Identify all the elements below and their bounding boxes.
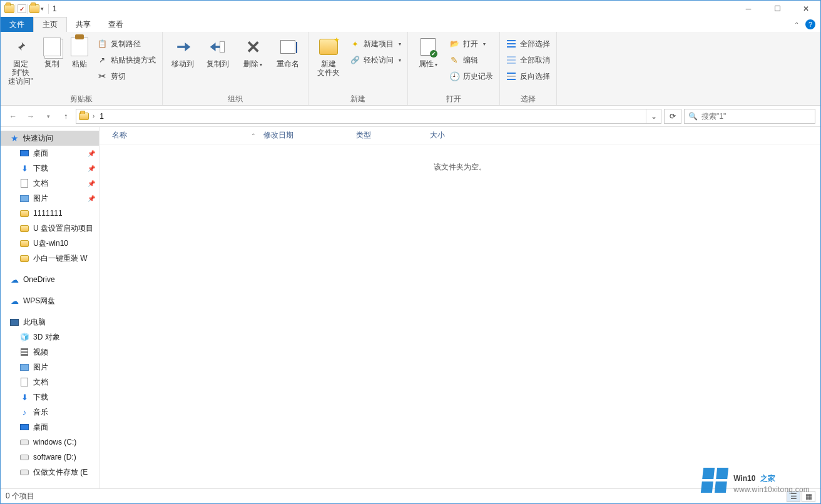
copy-to-icon (208, 37, 228, 57)
rename-button[interactable]: 重命名 (272, 34, 304, 68)
properties-button[interactable]: 属性▾ (412, 34, 444, 69)
select-all-button[interactable]: 全部选择 (504, 37, 553, 51)
cut-button[interactable]: ✂剪切 (94, 69, 158, 83)
ribbon: 固定到"快 速访问" 复制 粘贴 📋复制路径 ↗粘贴快捷方式 ✂剪切 剪贴板 (1, 32, 820, 106)
breadcrumb-separator[interactable]: › (91, 113, 96, 119)
pin-icon: 📌 (88, 165, 95, 172)
search-box[interactable]: 🔍 (684, 109, 815, 124)
tree-item[interactable]: 桌面📌 (1, 146, 99, 161)
maximize-button[interactable]: ☐ (763, 1, 792, 17)
tree-item-label: software (D:) (33, 453, 76, 461)
tree-item[interactable]: 文档 (1, 375, 99, 390)
help-icon[interactable]: ? (805, 19, 815, 29)
tree-item[interactable]: ★快速访问 (1, 131, 99, 146)
pin-to-quick-access-button[interactable]: 固定到"快 速访问" (4, 34, 37, 86)
back-button[interactable]: ← (6, 109, 21, 124)
select-all-icon (506, 39, 516, 49)
invert-selection-button[interactable]: 反向选择 (504, 69, 553, 83)
refresh-button[interactable]: ⟳ (664, 109, 681, 124)
tree-item[interactable]: U 盘设置启动项目 (1, 221, 99, 236)
tab-home[interactable]: 主页 (33, 17, 67, 32)
tree-item[interactable]: ☁WPS网盘 (1, 293, 99, 308)
address-dropdown[interactable]: ⌄ (646, 109, 661, 123)
svg-rect-0 (220, 41, 225, 53)
group-label: 新建 (312, 94, 404, 104)
close-button[interactable]: ✕ (792, 1, 820, 17)
tree-item[interactable]: U盘-win10 (1, 236, 99, 251)
desk-icon (19, 422, 29, 432)
tree-item[interactable]: 图片📌 (1, 191, 99, 206)
cube-icon: 🧊 (19, 332, 29, 342)
paste-shortcut-button[interactable]: ↗粘贴快捷方式 (94, 53, 158, 67)
tree-item-label: 视频 (33, 347, 48, 358)
tree-item[interactable]: 桌面 (1, 420, 99, 435)
history-button[interactable]: 🕘历史记录 (447, 69, 496, 83)
column-name[interactable]: 名称⌃ (112, 130, 263, 141)
collapse-ribbon-icon[interactable]: ⌃ (794, 21, 799, 28)
easy-access-button[interactable]: 🔗轻松访问▾ (347, 53, 404, 67)
forward-button[interactable]: → (23, 109, 38, 124)
move-to-button[interactable]: 移动到 (166, 34, 199, 68)
details-view-button[interactable]: ☰ (787, 491, 800, 502)
thumbnails-view-button[interactable]: ▦ (802, 491, 815, 502)
tab-view[interactable]: 查看 (99, 17, 132, 32)
new-folder-button[interactable]: 新建 文件夹 (312, 34, 345, 77)
tree-item[interactable]: ⬇下载 (1, 390, 99, 405)
recent-dropdown[interactable]: ▾ (41, 109, 56, 124)
tree-item[interactable]: ♪音乐 (1, 405, 99, 420)
tree-item[interactable]: 🧊3D 对象 (1, 330, 99, 345)
ribbon-tabs: 文件 主页 共享 查看 ⌃ ? (1, 17, 820, 32)
empty-folder-message: 该文件夹为空。 (99, 144, 820, 488)
tree-item[interactable]: ⬇下载📌 (1, 161, 99, 176)
dl-icon: ⬇ (19, 163, 29, 173)
pic-icon (19, 193, 29, 203)
copy-button[interactable]: 复制 (39, 34, 64, 68)
edit-button[interactable]: ✎编辑 (447, 53, 496, 67)
tab-share[interactable]: 共享 (67, 17, 99, 32)
tree-item[interactable]: 文档📌 (1, 176, 99, 191)
group-organize: 移动到 复制到 ✕ 删除▾ 重命名 组织 (163, 32, 309, 105)
new-item-button[interactable]: ✦新建项目▾ (347, 37, 404, 51)
tree-item[interactable]: ☁OneDrive (1, 272, 99, 287)
paste-button[interactable]: 粘贴 (67, 34, 92, 68)
tree-item[interactable]: 小白一键重装 W (1, 251, 99, 266)
breadcrumb-current[interactable]: 1 (98, 112, 105, 121)
tab-file[interactable]: 文件 (1, 17, 33, 32)
column-type[interactable]: 类型 (356, 130, 430, 141)
qat-newfolder-icon[interactable] (29, 4, 39, 13)
navigation-tree[interactable]: ★快速访问桌面📌⬇下载📌文档📌图片📌1111111U 盘设置启动项目U盘-win… (1, 127, 99, 488)
tree-item[interactable]: 图片 (1, 360, 99, 375)
delete-icon: ✕ (243, 37, 263, 57)
column-date[interactable]: 修改日期 (263, 130, 356, 141)
pc-icon (9, 317, 19, 327)
tree-item[interactable]: 此电脑 (1, 315, 99, 330)
new-item-icon: ✦ (350, 39, 360, 49)
tree-item[interactable]: 1111111 (1, 206, 99, 221)
tree-item[interactable]: 仅做文件存放 (E (1, 465, 99, 480)
tree-item[interactable]: software (D:) (1, 450, 99, 465)
column-size[interactable]: 大小 (430, 130, 486, 141)
search-input[interactable] (701, 112, 811, 121)
minimize-button[interactable]: ─ (734, 1, 763, 17)
tree-item-label: 此电脑 (23, 317, 46, 328)
open-button[interactable]: 📂打开▾ (447, 37, 496, 51)
qat-customize-dropdown[interactable]: ▾ (41, 6, 47, 12)
select-none-button[interactable]: 全部取消 (504, 53, 553, 67)
up-button[interactable]: ↑ (58, 109, 73, 124)
tree-item[interactable]: windows (C:) (1, 435, 99, 450)
window-title: 1 (53, 4, 57, 13)
fold-icon (19, 208, 29, 218)
copy-to-button[interactable]: 复制到 (201, 34, 234, 68)
separator (48, 4, 49, 14)
fold-icon (19, 223, 29, 233)
column-headers: 名称⌃ 修改日期 类型 大小 (99, 127, 820, 144)
select-none-icon (506, 55, 516, 65)
sort-indicator-icon: ⌃ (251, 133, 256, 139)
delete-button[interactable]: ✕ 删除▾ (237, 34, 269, 69)
cloud-icon: ☁ (9, 275, 19, 285)
address-bar[interactable]: › 1 ⌄ (76, 109, 661, 124)
copy-path-button[interactable]: 📋复制路径 (94, 37, 158, 51)
qat-properties-icon[interactable]: ✓ (18, 4, 26, 13)
doc-icon (19, 377, 29, 387)
tree-item[interactable]: 视频 (1, 345, 99, 360)
